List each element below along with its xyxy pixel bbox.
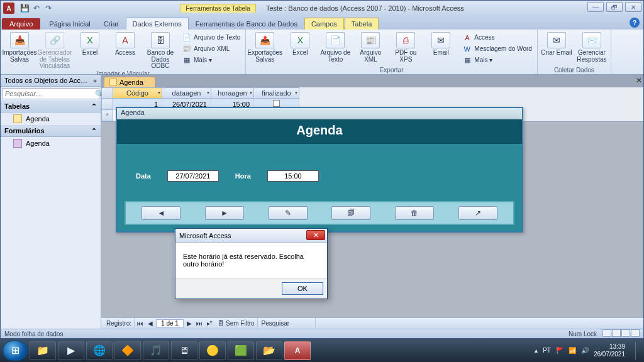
show-desktop-button[interactable] [635,341,641,360]
dropdown-icon[interactable]: ▾ [295,90,297,96]
tab-home[interactable]: Página Inicial [43,18,96,30]
col-header-dataagen[interactable]: dataagen▾ [162,88,211,99]
document-tab-agenda[interactable]: Agenda [104,77,155,87]
start-button[interactable] [3,341,28,361]
export-more-button[interactable]: ▦Mais ▾ [460,55,535,65]
taskbar: 📁 ▶ 🌐 🔶 🎵 🖥 🟡 🟩 📂 A ▴ PT 🚩 📶 🔊 13:39 26/… [0,339,644,362]
recnav-filter-label: Sem Filtro [226,320,255,327]
nav-item-form-agenda[interactable]: Agenda [1,137,101,150]
form-window-agenda: Agenda Agenda Data Hora ◄ ► ✎ 🗐 🗑 ↗ [116,107,523,233]
status-left: Modo folha de dados [4,331,63,337]
nav-header[interactable]: Todos os Objetos do Acc… « [1,75,101,87]
taskbar-app4-icon[interactable]: 🟩 [228,341,254,360]
export-access-button[interactable]: AAccess [460,32,535,43]
taskbar-chrome-icon[interactable]: 🟡 [199,341,226,360]
form-save-button[interactable]: 🗐 [331,206,370,220]
import-excel-button[interactable]: XExcel [74,31,106,57]
recnav-position-input[interactable] [156,319,184,327]
msgbox-close-button[interactable]: ✕ [306,230,325,240]
msgbox-ok-button[interactable]: OK [282,282,323,295]
recnav-prev-button[interactable]: ◀ [146,320,155,327]
form-input-hora[interactable] [267,170,319,182]
nav-search-input[interactable] [3,89,95,99]
tab-table[interactable]: Tabela [345,18,379,30]
window-restore-button[interactable]: 🗗 [606,2,623,12]
form-prev-button[interactable]: ◄ [142,206,180,220]
qat-undo-icon[interactable]: ↶ [31,3,42,13]
tab-file[interactable]: Arquivo [2,18,40,30]
tray-sound-icon[interactable]: 🔊 [581,347,589,354]
import-xml-button[interactable]: 📰Arquivo XML [179,43,243,54]
export-excel-button[interactable]: XExcel [284,31,316,57]
recnav-last-button[interactable]: ⏭ [195,320,204,327]
tab-database-tools[interactable]: Ferramentas de Banco de Dados [189,18,304,30]
tab-external-data[interactable]: Dados Externos [126,18,189,30]
tab-create[interactable]: Criar [97,18,125,30]
tray-lang[interactable]: PT [543,347,551,354]
taskbar-app3-icon[interactable]: 🖥 [171,341,197,360]
table-icon [13,114,22,123]
qat-redo-icon[interactable]: ↷ [43,3,53,13]
manage-replies-button[interactable]: 📨Gerenciar Respostas [575,31,608,63]
form-icon [13,139,22,148]
msgbox-title: Microsoft Access [179,232,231,239]
dropdown-icon[interactable]: ▾ [158,90,160,96]
saved-exports-button[interactable]: 📤Exportações Salvas [248,31,281,63]
taskbar-edge-icon[interactable]: 🌐 [86,341,113,360]
nav-section-tables[interactable]: Tabelas⌃ [1,101,101,112]
nav-item-table-agenda[interactable]: Agenda [1,112,101,125]
taskbar-explorer-icon[interactable]: 📁 [30,341,56,360]
export-text-button[interactable]: 📄Arquivo de Texto [319,31,352,63]
export-pdf-button[interactable]: ⎙PDF ou XPS [389,31,422,63]
form-close-button[interactable]: ↗ [458,206,497,220]
create-email-button[interactable]: ✉Criar Email [540,31,573,57]
col-header-codigo[interactable]: Código▾ [113,88,162,99]
export-xml-button[interactable]: 📰Arquivo XML [354,31,387,63]
recnav-label: Registro: [106,320,131,327]
nav-section-forms[interactable]: Formulários⌃ [1,125,101,137]
checkbox-icon[interactable] [273,100,280,107]
import-text-button[interactable]: 📄Arquivo de Texto [179,32,243,43]
document-close-icon[interactable]: ✕ [636,76,642,85]
contextual-tab-group-label: Ferramentas de Tabela [180,4,256,13]
recnav-new-button[interactable]: ▸* [205,320,214,327]
form-edit-button[interactable]: ✎ [269,206,308,220]
tray-network-icon[interactable]: 📶 [569,347,576,354]
window-minimize-button[interactable]: — [587,2,604,12]
nav-collapse-icon[interactable]: « [93,77,97,84]
tray-flag-icon[interactable]: 🚩 [556,347,564,354]
recnav-search-label[interactable]: Pesquisar [262,320,289,327]
tray-expand-icon[interactable]: ▴ [535,347,538,354]
taskbar-app1-icon[interactable]: 🔶 [114,341,141,360]
taskbar-app2-icon[interactable]: 🎵 [143,341,169,360]
import-access-button[interactable]: AAccess [109,31,142,57]
recnav-first-button[interactable]: ⏮ [136,320,145,327]
select-all-cell[interactable] [102,88,113,99]
tray-clock[interactable]: 13:39 26/07/2021 [594,343,628,358]
msgbox-titlebar[interactable]: Microsoft Access ✕ [175,229,327,243]
saved-imports-button[interactable]: 📥Importações Salvas [3,31,36,63]
export-wordmerge-button[interactable]: WMesclagem do Word [460,43,535,54]
form-delete-button[interactable]: 🗑 [395,206,434,220]
window-close-button[interactable]: ✕ [625,2,641,12]
import-more-button[interactable]: ▦Mais ▾ [179,55,243,65]
form-window-titlebar[interactable]: Agenda [117,108,522,119]
qat-save-icon[interactable]: 💾 [19,3,30,13]
form-next-button[interactable]: ► [205,206,244,220]
tab-fields[interactable]: Campos [304,18,344,30]
import-odbc-button[interactable]: 🗄Banco de Dados ODBC [144,31,177,70]
taskbar-wmp-icon[interactable]: ▶ [58,341,84,360]
recnav-next-button[interactable]: ▶ [185,320,194,327]
col-header-horaagen[interactable]: horaagen▾ [211,88,254,99]
export-email-button[interactable]: ✉Email [425,31,457,57]
taskbar-app5-icon[interactable]: 📂 [256,341,282,360]
view-switcher[interactable] [602,329,640,338]
nav-search: 🔍 [2,88,99,99]
help-icon[interactable]: ? [630,18,640,28]
dropdown-icon[interactable]: ▾ [207,90,209,96]
filter-icon[interactable]: 🗄 [218,320,224,327]
form-input-data[interactable] [167,170,219,182]
dropdown-icon[interactable]: ▾ [250,90,252,96]
taskbar-access-icon[interactable]: A [284,341,311,360]
col-header-finalizado[interactable]: finalizado▾ [254,88,299,99]
